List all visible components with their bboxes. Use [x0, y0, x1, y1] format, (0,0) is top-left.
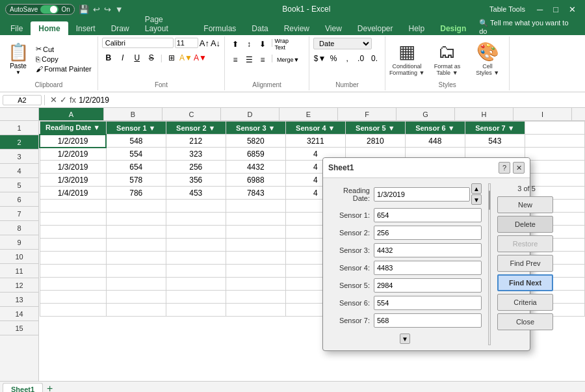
- dialog-label-sensor1: Sensor 1:: [328, 211, 374, 219]
- dialog-record-info: 3 of 5: [497, 183, 556, 194]
- criteria-button[interactable]: Criteria: [497, 294, 553, 311]
- field-scroll-down-button[interactable]: ▼: [400, 333, 410, 344]
- scroll-down-button[interactable]: ▼: [471, 194, 482, 205]
- dialog-field-sensor4: Sensor 4:: [328, 261, 482, 275]
- dialog-field-sensor7: Sensor 7:: [328, 313, 482, 328]
- dialog-label-sensor2: Sensor 2:: [328, 229, 374, 237]
- dialog-input-sensor2[interactable]: [374, 226, 482, 240]
- dialog-controls: ? ✕: [499, 162, 525, 174]
- restore-button: Restore: [497, 235, 553, 252]
- new-button[interactable]: New: [497, 196, 553, 213]
- dialog-right-buttons: 3 of 5 New Delete Restore Find Prev Find…: [497, 183, 556, 345]
- find-prev-button[interactable]: Find Prev: [497, 255, 553, 272]
- dialog-field-sensor1: Sensor 1:: [328, 208, 482, 222]
- dialog-input-sensor5[interactable]: [374, 278, 482, 293]
- dialog-field-reading-date: Reading Date: ▲ ▼: [328, 183, 482, 205]
- dialog-scrollbar[interactable]: [488, 183, 491, 345]
- dialog-overlay: Sheet1 ? ✕ Reading Date: ▲ ▼: [0, 0, 585, 392]
- dialog-label-sensor3: Sensor 3:: [328, 246, 374, 254]
- dialog-input-sensor1[interactable]: [374, 208, 482, 222]
- dialog-field-sensor2: Sensor 2:: [328, 226, 482, 240]
- dialog-input-sensor7[interactable]: [374, 313, 482, 328]
- dialog-input-sensor4[interactable]: [374, 261, 482, 275]
- dialog-title: Sheet1: [328, 163, 354, 172]
- dialog-fields: Reading Date: ▲ ▼ Sensor 1: Sensor 2:: [328, 183, 482, 331]
- dialog-input-sensor3[interactable]: [374, 243, 482, 257]
- close-button[interactable]: Close: [497, 313, 553, 330]
- sheet1-dialog: Sheet1 ? ✕ Reading Date: ▲ ▼: [322, 157, 530, 351]
- dialog-label-sensor6: Sensor 6:: [328, 299, 374, 307]
- dialog-input-sensor6[interactable]: [374, 296, 482, 310]
- scrollbar-thumb[interactable]: [489, 190, 490, 210]
- find-next-button[interactable]: Find Next: [497, 274, 553, 291]
- dialog-field-sensor5: Sensor 5:: [328, 278, 482, 293]
- dialog-close-button[interactable]: ✕: [513, 162, 525, 174]
- dialog-field-sensor6: Sensor 6:: [328, 296, 482, 310]
- dialog-label-sensor4: Sensor 4:: [328, 264, 374, 272]
- dialog-input-reading-date[interactable]: [374, 187, 470, 202]
- dialog-titlebar: Sheet1 ? ✕: [323, 158, 530, 178]
- scroll-up-button[interactable]: ▲: [471, 183, 482, 194]
- dialog-help-button[interactable]: ?: [499, 162, 510, 174]
- dialog-label-reading-date: Reading Date:: [328, 187, 374, 202]
- dialog-field-sensor3: Sensor 3:: [328, 243, 482, 257]
- dialog-body: Reading Date: ▲ ▼ Sensor 1: Sensor 2:: [323, 178, 530, 350]
- dialog-label-sensor7: Sensor 7:: [328, 317, 374, 324]
- delete-button[interactable]: Delete: [497, 216, 553, 233]
- dialog-label-sensor5: Sensor 5:: [328, 281, 374, 289]
- dialog-scroll-bottom: ▼: [328, 331, 482, 345]
- dialog-fields-area: Reading Date: ▲ ▼ Sensor 1: Sensor 2:: [328, 183, 482, 345]
